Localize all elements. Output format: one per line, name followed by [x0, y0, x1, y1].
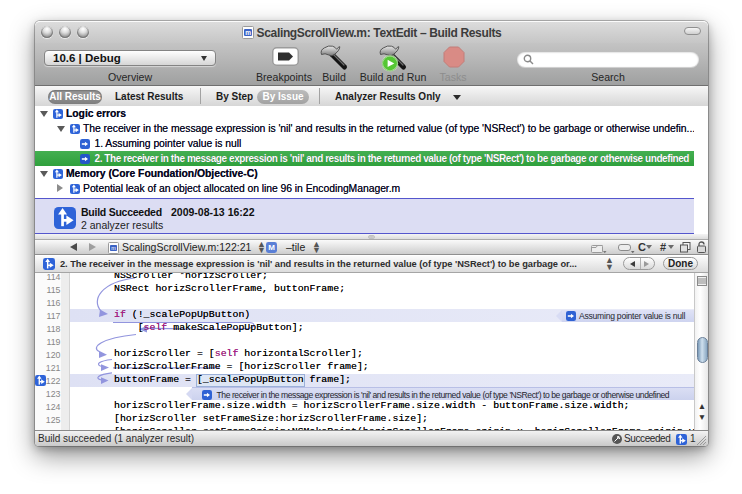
svg-text:m: m	[111, 245, 116, 251]
svg-text:m: m	[245, 29, 251, 36]
